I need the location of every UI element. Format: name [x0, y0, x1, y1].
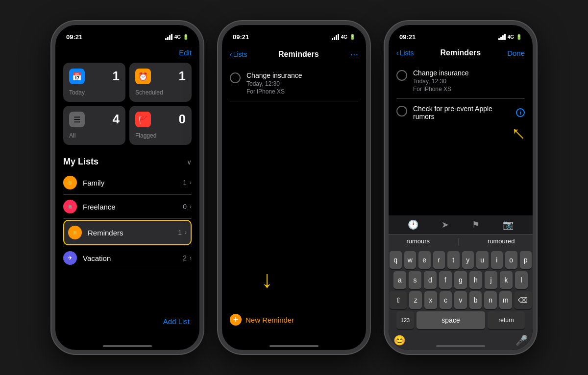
- location-toolbar-icon[interactable]: ➤: [441, 219, 449, 230]
- signal-icon: [165, 34, 172, 40]
- notch2: [262, 25, 326, 39]
- back-button-3[interactable]: ‹ Lists: [396, 49, 414, 57]
- key-c[interactable]: c: [440, 291, 452, 309]
- done-button[interactable]: Done: [507, 49, 525, 57]
- edit-button[interactable]: Edit: [179, 48, 192, 57]
- key-f[interactable]: f: [439, 271, 452, 289]
- more-options-button[interactable]: ···: [350, 48, 358, 60]
- key-a[interactable]: a: [393, 271, 406, 289]
- key-m[interactable]: m: [499, 291, 512, 309]
- today-card[interactable]: 📅 1 Today: [63, 63, 125, 102]
- key-k[interactable]: k: [500, 271, 513, 289]
- info-icon[interactable]: i: [516, 108, 525, 117]
- reminder-circle-1[interactable]: [230, 72, 241, 83]
- my-lists-title: My Lists: [63, 157, 98, 167]
- clock-toolbar-icon[interactable]: 🕐: [408, 219, 418, 230]
- suggest-1[interactable]: rumours: [406, 237, 430, 246]
- key-shift[interactable]: ⇧: [390, 291, 407, 309]
- key-d[interactable]: d: [424, 271, 437, 289]
- home-indicator-2: [270, 345, 318, 347]
- key-row-1: q w e r t y u i o p: [390, 251, 532, 269]
- nav-header-2: ‹ Lists Reminders ···: [230, 45, 358, 66]
- screen-1: Edit 📅 1 Today ⏰ 1 Scheduled: [55, 45, 199, 350]
- list-item-family[interactable]: ≡ Family 1 ›: [63, 171, 192, 195]
- reminder-content-p3-2: Check for pre-event Apple rumors i: [413, 105, 525, 120]
- key-b[interactable]: b: [469, 291, 482, 309]
- camera-toolbar-icon[interactable]: 📷: [503, 219, 514, 230]
- new-reminder-label: New Reminder: [245, 316, 294, 324]
- key-return[interactable]: return: [488, 311, 525, 329]
- key-t[interactable]: t: [447, 251, 460, 269]
- all-count: 4: [113, 112, 120, 127]
- key-n[interactable]: n: [484, 291, 497, 309]
- reminder-item-1[interactable]: Change insurance Today, 12:30 For iPhone…: [230, 66, 358, 101]
- reminder-item-p3-1[interactable]: Change insurance Today, 12:30 For iPhone…: [396, 63, 525, 99]
- status-icons-3: 4G 🔋: [498, 34, 522, 40]
- key-z[interactable]: z: [409, 291, 422, 309]
- reminders-chevron-icon: ›: [185, 229, 187, 236]
- phone2: 09:21 4G 🔋 ‹ Lists Reminders ···: [218, 21, 370, 354]
- phone1: 09:21 4G 🔋 Edit 📅 1: [51, 21, 203, 354]
- list-item-reminders[interactable]: ≡ Reminders 1 ›: [63, 220, 192, 245]
- new-reminder-button[interactable]: + New Reminder: [230, 314, 294, 326]
- key-v[interactable]: v: [454, 291, 467, 309]
- key-s[interactable]: s: [409, 271, 421, 289]
- status-icons-1: 4G 🔋: [165, 34, 189, 40]
- key-y[interactable]: y: [462, 251, 474, 269]
- key-j[interactable]: j: [485, 271, 497, 289]
- key-p[interactable]: p: [520, 251, 532, 269]
- key-l[interactable]: l: [515, 271, 528, 289]
- mic-icon[interactable]: 🎤: [515, 334, 528, 346]
- time-3: 09:21: [399, 33, 416, 41]
- all-icon: ☰: [69, 112, 85, 127]
- list-item-vacation[interactable]: ✈ Vacation 2 ›: [63, 246, 192, 270]
- arrow-down-icon: ↓: [261, 268, 273, 291]
- reminder-circle-p3-1[interactable]: [396, 70, 407, 81]
- reminder-title-1: Change insurance: [246, 71, 302, 79]
- reminder-title-p3-2: Check for pre-event Apple rumors: [413, 105, 513, 120]
- phone3: 09:21 4G 🔋 ‹ Lists Reminders Done: [385, 21, 537, 354]
- reminder-content-1: Change insurance Today, 12:30 For iPhone…: [246, 71, 302, 95]
- key-123[interactable]: 123: [396, 311, 414, 329]
- add-list-button[interactable]: Add List: [163, 317, 190, 326]
- notch: [96, 25, 159, 39]
- suggest-2[interactable]: rumoured: [488, 237, 515, 246]
- key-row-3: ⇧ z x c v b n m ⌫: [390, 291, 532, 309]
- key-o[interactable]: o: [505, 251, 517, 269]
- reminder-circle-p3-2[interactable]: [396, 106, 407, 117]
- scheduled-card[interactable]: ⏰ 1 Scheduled: [129, 63, 192, 102]
- scheduled-count: 1: [179, 69, 186, 84]
- key-g[interactable]: g: [454, 271, 467, 289]
- nav-title-3: Reminders: [440, 48, 481, 57]
- flagged-icon: 🚩: [135, 112, 151, 127]
- nav-header-3: ‹ Lists Reminders Done: [396, 45, 525, 63]
- key-e[interactable]: e: [418, 251, 431, 269]
- plus-circle-icon: +: [230, 314, 242, 326]
- key-space[interactable]: space: [416, 311, 485, 329]
- signal3-icon: [498, 34, 506, 40]
- today-icon: 📅: [69, 69, 85, 84]
- key-u[interactable]: u: [476, 251, 489, 269]
- key-row-2: a s d f g h j k l: [390, 271, 532, 289]
- key-i[interactable]: i: [491, 251, 503, 269]
- reminder-item-p3-2[interactable]: Check for pre-event Apple rumors i: [396, 99, 525, 122]
- nav-title-2: Reminders: [278, 50, 319, 59]
- flagged-card[interactable]: 🚩 0 Flagged: [129, 106, 192, 145]
- key-r[interactable]: r: [433, 251, 445, 269]
- emoji-icon[interactable]: 😊: [393, 334, 406, 346]
- key-delete[interactable]: ⌫: [514, 291, 532, 309]
- today-count: 1: [113, 69, 120, 84]
- all-card[interactable]: ☰ 4 All: [63, 106, 125, 145]
- reminder-sub2-p3-1: For iPhone XS: [413, 86, 469, 93]
- back-button-2[interactable]: ‹ Lists: [230, 50, 247, 58]
- key-q[interactable]: q: [390, 251, 402, 269]
- reminder-title-p3-1: Change insurance: [413, 69, 469, 77]
- scheduled-label: Scheduled: [135, 89, 186, 96]
- flagged-count: 0: [179, 112, 186, 127]
- key-w[interactable]: w: [404, 251, 416, 269]
- key-x[interactable]: x: [424, 291, 437, 309]
- list-item-freelance[interactable]: ≡ Freelance 0 ›: [63, 195, 192, 219]
- flag-toolbar-icon[interactable]: ⚑: [472, 219, 480, 230]
- section-header: My Lists ∨: [63, 157, 192, 167]
- key-h[interactable]: h: [469, 271, 482, 289]
